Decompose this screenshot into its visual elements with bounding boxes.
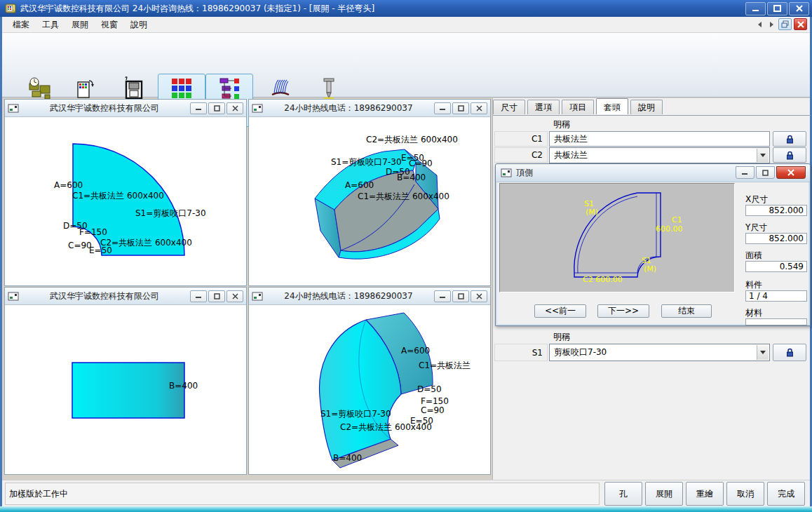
child-minimize-button[interactable] [434,102,451,114]
child-close-button[interactable] [226,290,243,302]
part-field[interactable]: 1 / 4 [745,290,807,302]
c2-lock-button[interactable] [773,147,806,163]
nav-forward-button[interactable] [766,19,776,30]
restore-icon [458,105,464,112]
nav-back-button[interactable] [755,19,764,30]
c2-dropdown[interactable]: 共板法兰 [549,147,770,163]
mdi-restore-button[interactable] [778,18,792,30]
dim-label-c: C=90 [68,241,92,250]
child-restore-button[interactable] [208,290,225,302]
child-window-titlebar[interactable]: 武汉华宇诚数控科技有限公司 [5,288,246,305]
close-icon [787,169,794,176]
rect-pattern-drawing [5,305,246,474]
tab-options[interactable]: 選項 [527,100,560,114]
minimize-icon [752,6,759,12]
close-icon [476,293,482,299]
dialog-minimize-button[interactable] [736,166,755,179]
child-window-titlebar[interactable]: 24小时热线电话：18986290037 [249,288,490,305]
material-field[interactable] [745,318,807,325]
application-window: 武汉华宇诚数控科技有限公司 24小时咨询热线：18986290037 (未指定1… [0,0,812,512]
area-field[interactable]: 0.549 [745,261,807,272]
y-size-field[interactable]: 852.000 [745,233,807,244]
child-restore-button[interactable] [452,290,469,302]
x-size-label: X尺寸 [745,194,768,206]
c1-value-field[interactable]: 共板法兰 [549,131,770,147]
dim-label-b: B=400 [169,381,198,391]
end-button[interactable]: 结束 [661,304,712,318]
menu-tools[interactable]: 工具 [36,17,65,33]
menu-window[interactable]: 視窗 [95,17,124,33]
close-button[interactable] [789,2,809,15]
hole-button[interactable]: 孔 [604,482,642,506]
s1-dropdown[interactable]: 剪板咬口7-30 [549,344,770,361]
previous-button[interactable]: <<前一 [534,304,586,318]
3d-view-canvas[interactable]: A=600 C1=共板法兰 D=50 F=150 C=90 S1=剪板咬口7-3… [249,305,490,474]
child-close-button[interactable] [471,102,487,114]
child-window-icon [252,104,263,113]
dropdown-arrow-button[interactable] [757,149,769,162]
c1-lock-button[interactable] [773,131,806,147]
y-size-value: 852.000 [769,234,804,243]
3d-view-canvas[interactable]: C2=共板法兰 600x400 S1=剪板咬口7-30 E=50 C=90 D=… [249,117,490,285]
minimize-icon [440,293,446,299]
dim-label-b: B=400 [333,453,362,463]
child-window-titlebar[interactable]: 24小时热线电话：18986290037 [249,100,490,117]
child-minimize-button[interactable] [434,290,451,302]
dropdown-arrow-button[interactable] [757,345,769,360]
flat-pattern-canvas[interactable]: A=600 C1=共板法兰 600x400 S1=剪板咬口7-30 D=50 F… [5,117,246,285]
dim-label-a: A=600 [54,180,83,190]
close-icon [796,5,803,12]
child-window-title: 24小时热线电话：18986290037 [263,102,434,114]
minimize-button[interactable] [745,2,766,15]
chevron-down-icon [760,351,766,354]
finish-button[interactable]: 完成 [767,482,805,506]
child-minimize-button[interactable] [190,290,207,302]
child-restore-button[interactable] [452,102,469,114]
cancel-button[interactable]: 取消 [726,482,764,506]
child-restore-button[interactable] [208,102,225,114]
menu-file[interactable]: 檔案 [6,17,36,33]
dialog-close-button[interactable] [776,166,806,179]
maximize-button[interactable] [767,2,787,15]
child-minimize-button[interactable] [190,102,207,114]
s1-lock-button[interactable] [773,344,806,361]
section-header-name: 明稱 [553,119,570,130]
end-button-label: 结束 [678,305,695,317]
dialog-titlebar[interactable]: 頂側 [496,164,810,182]
menu-help[interactable]: 說明 [124,17,154,33]
window-controls [745,2,809,15]
dim-label-a: A=600 [401,346,430,356]
unfold-button[interactable]: 展開 [645,482,683,506]
dim-label-c2: C2=共板法兰 600x400 [100,237,192,249]
previous-button-label: <<前一 [545,305,576,317]
part-value: 1 / 4 [749,291,768,301]
child-window-titlebar[interactable]: 武汉华宇诚数控科技有限公司 [5,100,246,117]
x-size-value: 852.000 [769,206,804,215]
child-close-button[interactable] [226,102,243,114]
tab-dimensions[interactable]: 尺寸 [493,100,525,114]
save-file-icon [121,76,145,102]
close-icon [797,21,804,28]
child-window-3d-view-1: 24小时热线电话：18986290037 [248,99,491,286]
row-key-label: S1 [532,348,543,358]
close-icon [476,105,482,112]
rect-pattern-canvas[interactable]: B=400 [5,305,246,474]
row-key-label: C1 [532,134,543,144]
tab-help[interactable]: 說明 [630,100,663,114]
x-size-field[interactable]: 852.000 [745,205,807,216]
menu-unfold[interactable]: 展開 [65,17,95,33]
child-window-icon [252,292,263,301]
status-message: 加樣版於工作中 [5,483,600,505]
tab-connectors[interactable]: 套頭 [596,98,628,114]
next-button[interactable]: 下一>> [597,304,649,318]
mdi-close-button[interactable] [794,18,807,30]
dim-label-b: B=400 [397,173,426,182]
c2-dropdown-value: 共板法兰 [554,149,588,161]
tab-items[interactable]: 項目 [562,100,594,114]
child-window-title: 24小时热线电话：18986290037 [263,290,434,302]
toolbar: 自動排版 開起舊檔 [2,33,810,97]
dialog-maximize-button[interactable] [756,166,775,179]
redraw-button[interactable]: 重繪 [686,482,724,506]
child-close-button[interactable] [471,290,487,302]
preview-label-c1-val: 600.00 [656,224,683,234]
